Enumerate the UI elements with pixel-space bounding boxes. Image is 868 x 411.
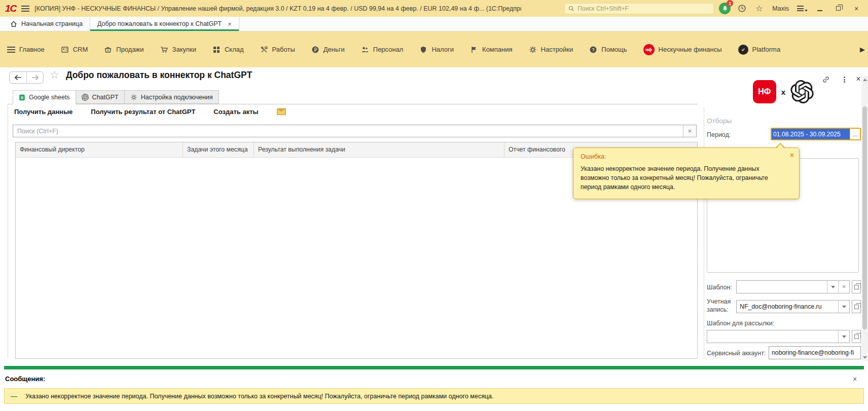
ruble-coin-icon (311, 46, 319, 54)
period-value[interactable]: 01.08.2025 - 30.09.2025 (772, 129, 850, 139)
ribbon-item-warehouse[interactable]: Склад (212, 46, 244, 54)
message-bullet: — (11, 392, 17, 400)
ribbon-item-crm[interactable]: CRM (61, 46, 88, 54)
mailing-template-dropdown-icon[interactable] (838, 330, 849, 343)
nf-logo: НФ (753, 80, 776, 103)
account-open-button[interactable] (852, 300, 861, 313)
svg-text:?: ? (592, 47, 595, 52)
template-clear-icon[interactable]: × (838, 281, 849, 293)
ribbon-item-main[interactable]: Главное (7, 45, 45, 54)
mailing-template-value[interactable] (707, 330, 838, 343)
search-icon (568, 6, 574, 12)
forward-button[interactable] (26, 72, 43, 83)
flag-icon (470, 46, 478, 54)
account-value[interactable]: NF_doc@noboring-finance.ru (737, 301, 838, 313)
tab-google-sheets[interactable]: Google sheets (13, 90, 76, 104)
tab-chatgpt[interactable]: ChatGPT (76, 90, 125, 104)
panel-separator (704, 107, 704, 359)
ribbon-item-sales[interactable]: Продажи (104, 46, 143, 54)
ribbon-item-taxes[interactable]: Налоги (419, 46, 454, 54)
global-search[interactable] (564, 3, 714, 14)
messages-close-icon[interactable]: × (853, 375, 857, 383)
account-combo[interactable]: NF_doc@noboring-finance.ru (736, 300, 850, 313)
page-tab-strip: Google sheets ChatGPT Настройка подключе… (13, 90, 219, 104)
ribbon-item-purchases[interactable]: Закупки (160, 46, 196, 54)
ribbon-item-works[interactable]: Работы (260, 46, 295, 54)
period-picker-button[interactable]: ... (850, 129, 860, 139)
error-tooltip: Ошибка: × Указано некорректное значение … (573, 147, 800, 199)
main-menu-icon[interactable] (21, 4, 29, 13)
ribbon-item-personnel[interactable]: Персонал (361, 46, 404, 54)
template-combo[interactable]: × (736, 280, 850, 293)
open-form-icon (854, 285, 859, 289)
ribbon-overflow-icon[interactable]: ▶ (860, 46, 865, 53)
logo-separator: x (781, 88, 785, 96)
mailing-template-label: Шаблон для рассылки: (707, 320, 774, 327)
section-ribbon: Главное CRM Продажи Закупки Склад Работы… (0, 31, 868, 67)
message-text[interactable]: Указано некорректное значение периода. П… (25, 393, 494, 400)
scroll-up-icon[interactable] (861, 76, 868, 83)
openai-logo (790, 80, 814, 103)
ribbon-item-help[interactable]: ? Помощь (589, 46, 627, 54)
tab-home[interactable]: Начальная страница (3, 17, 90, 31)
user-name[interactable]: Maxis (770, 5, 791, 12)
period-field[interactable]: 01.08.2025 - 30.09.2025 ... (771, 128, 861, 140)
tab-close-icon[interactable]: × (228, 20, 232, 28)
tools-icon (260, 46, 268, 54)
clear-search-icon[interactable]: × (683, 125, 696, 137)
get-chatgpt-result-button[interactable]: Получить результат от ChatGPT (91, 108, 195, 116)
tooltip-close-icon[interactable]: × (790, 151, 794, 159)
messages-splitter[interactable] (4, 366, 864, 369)
mail-envelope-icon[interactable] (277, 108, 286, 115)
service-menu-icon[interactable] (796, 3, 808, 15)
create-acts-button[interactable]: Создать акты (213, 108, 258, 116)
ribbon-item-noboring-finance[interactable]: нф Нескучные финансы (643, 44, 722, 55)
ribbon-item-company[interactable]: Компания (470, 46, 513, 54)
service-account-input[interactable] (769, 346, 861, 359)
scroll-down-icon[interactable] (861, 354, 868, 361)
mailing-template-open-button[interactable] (852, 330, 861, 343)
open-form-icon (854, 305, 859, 309)
sections-menu-icon (7, 45, 15, 54)
template-label: Шаблон: (707, 284, 732, 291)
ribbon-item-money[interactable]: Деньги (311, 46, 345, 54)
cart-icon (160, 46, 168, 54)
titlebar: 1С [КОПИЯ] УНФ - НЕСКУЧНЫЕ ФИНАНСЫ / Упр… (0, 0, 868, 17)
home-icon (10, 20, 17, 27)
page-favorite-star-icon[interactable]: ☆ (50, 69, 59, 81)
column-task-result[interactable]: Результат выполнения задачи (254, 142, 504, 157)
minimize-button[interactable] (813, 3, 826, 15)
message-item[interactable]: — Указано некорректное значение периода.… (4, 388, 864, 404)
template-value[interactable] (737, 281, 827, 293)
ribbon-item-settings[interactable]: Настройки (529, 46, 573, 54)
get-data-button[interactable]: Получить данные (14, 108, 73, 116)
settings-gear-icon (130, 94, 137, 101)
error-tooltip-title: Ошибка: (581, 153, 792, 160)
people-icon (361, 46, 369, 54)
platforma-icon (738, 45, 748, 55)
column-financial-director[interactable]: Финансовый директор (16, 142, 183, 157)
back-button[interactable] (10, 72, 26, 83)
template-open-button[interactable] (852, 280, 861, 293)
list-search-input[interactable] (13, 125, 683, 137)
favorites-star-icon[interactable]: ☆ (753, 3, 765, 15)
page-title: Добро пожаловать в коннектор к ChatGPT (66, 70, 252, 81)
account-dropdown-icon[interactable] (838, 301, 849, 313)
history-icon[interactable] (736, 3, 748, 15)
mailing-template-combo[interactable] (707, 330, 850, 343)
notifications-bell-icon[interactable]: 1 (719, 3, 731, 14)
close-window-button[interactable]: × (850, 3, 863, 15)
tab-chatgpt-connector[interactable]: Добро пожаловать в коннектор к ChatGPT × (90, 17, 239, 31)
vertical-scrollbar[interactable] (861, 76, 868, 361)
global-search-input[interactable] (577, 5, 710, 12)
tab-chatgpt-connector-label: Добро пожаловать в коннектор к ChatGPT (97, 20, 222, 27)
account-label: Учетная запись: (707, 298, 735, 314)
tab-connection-settings[interactable]: Настройка подключения (125, 90, 219, 104)
ribbon-item-platforma[interactable]: Platforma (738, 45, 781, 55)
scrollbar-thumb[interactable] (862, 106, 867, 329)
panel-logos: НФ x (707, 79, 860, 104)
column-month-tasks[interactable]: Задачи этого месяца (183, 142, 254, 157)
restore-button[interactable] (831, 3, 845, 15)
template-dropdown-icon[interactable] (827, 281, 838, 293)
1c-logo: 1С (5, 3, 16, 14)
